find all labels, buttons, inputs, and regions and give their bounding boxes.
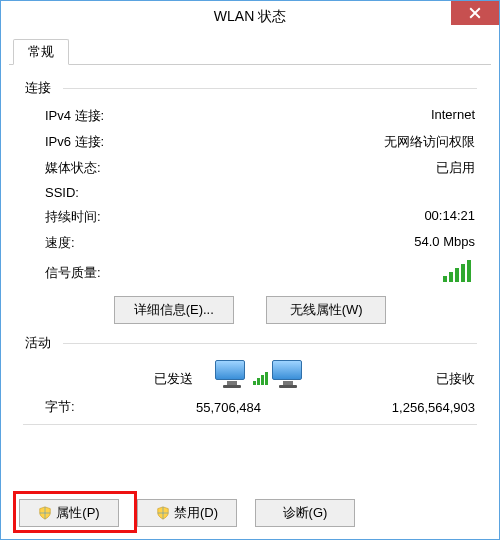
ipv6-value: 无网络访问权限 — [384, 133, 475, 151]
shield-icon — [156, 506, 170, 520]
row-signal: 信号质量: — [19, 256, 481, 286]
row-speed: 速度: 54.0 Mbps — [19, 230, 481, 256]
disable-button[interactable]: 禁用(D) — [137, 499, 237, 527]
signal-bars-icon — [443, 260, 471, 282]
dialog-body: 连接 IPv4 连接: Internet IPv6 连接: 无网络访问权限 媒体… — [1, 65, 499, 439]
ipv4-label: IPv4 连接: — [45, 107, 104, 125]
bottom-button-row: 属性(P) 禁用(D) 诊断(G) — [19, 499, 355, 527]
recv-label: 已接收 — [305, 370, 475, 388]
media-value: 已启用 — [436, 159, 475, 177]
connection-button-row: 详细信息(E)... 无线属性(W) — [19, 296, 481, 324]
ipv4-value: Internet — [431, 107, 475, 125]
speed-label: 速度: — [45, 234, 75, 252]
row-ipv6: IPv6 连接: 无网络访问权限 — [19, 129, 481, 155]
bytes-row: 字节: 55,706,484 1,256,564,903 — [19, 390, 481, 418]
tabstrip: 常规 — [9, 39, 491, 65]
mini-signal-icon — [253, 372, 268, 385]
row-ssid: SSID: — [19, 181, 481, 204]
diagnose-button[interactable]: 诊断(G) — [255, 499, 355, 527]
details-button[interactable]: 详细信息(E)... — [114, 296, 234, 324]
activity-group-title: 活动 — [19, 334, 481, 352]
signal-label: 信号质量: — [45, 264, 101, 282]
separator — [23, 424, 477, 425]
monitor-recv-icon — [272, 360, 306, 388]
bytes-label: 字节: — [45, 398, 105, 416]
media-label: 媒体状态: — [45, 159, 101, 177]
activity-icons — [215, 360, 305, 388]
shield-icon — [38, 506, 52, 520]
activity-header-row: 已发送 已接收 — [19, 358, 481, 390]
duration-label: 持续时间: — [45, 208, 101, 226]
close-button[interactable] — [451, 1, 499, 25]
wireless-properties-button[interactable]: 无线属性(W) — [266, 296, 386, 324]
ssid-label: SSID: — [45, 185, 79, 200]
sent-label: 已发送 — [45, 370, 215, 388]
activity-group: 活动 已发送 已接收 字节: 55,706,484 1,256,564,903 — [19, 334, 481, 418]
titlebar: WLAN 状态 — [1, 1, 499, 33]
tab-general[interactable]: 常规 — [13, 39, 69, 65]
connection-group-title: 连接 — [19, 79, 481, 97]
row-ipv4: IPv4 连接: Internet — [19, 103, 481, 129]
window-title: WLAN 状态 — [1, 8, 499, 26]
speed-value: 54.0 Mbps — [414, 234, 475, 252]
row-media: 媒体状态: 已启用 — [19, 155, 481, 181]
bytes-sent-value: 55,706,484 — [105, 400, 279, 415]
bytes-recv-value: 1,256,564,903 — [319, 400, 475, 415]
duration-value: 00:14:21 — [424, 208, 475, 226]
monitor-sent-icon — [215, 360, 249, 388]
properties-button[interactable]: 属性(P) — [19, 499, 119, 527]
connection-group: 连接 IPv4 连接: Internet IPv6 连接: 无网络访问权限 媒体… — [19, 79, 481, 324]
wlan-status-window: WLAN 状态 常规 连接 IPv4 连接: Internet IPv6 连接:… — [0, 0, 500, 540]
close-icon — [469, 7, 481, 19]
row-duration: 持续时间: 00:14:21 — [19, 204, 481, 230]
ipv6-label: IPv6 连接: — [45, 133, 104, 151]
tab-general-label: 常规 — [28, 43, 54, 61]
